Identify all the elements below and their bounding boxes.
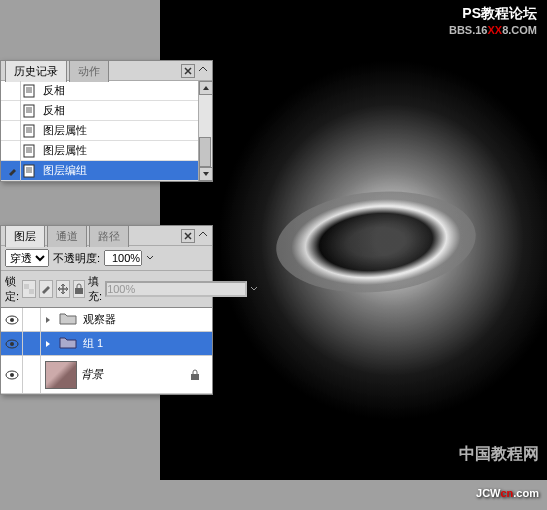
history-item[interactable]: 反相 — [1, 101, 212, 121]
svg-point-13 — [10, 373, 14, 377]
visibility-toggle[interactable] — [1, 308, 23, 331]
opacity-input[interactable] — [104, 250, 142, 266]
eye-icon — [5, 370, 19, 380]
history-item-label: 图层编组 — [43, 163, 87, 178]
scroll-up-icon[interactable] — [199, 81, 213, 95]
tab-actions[interactable]: 动作 — [69, 60, 109, 82]
fill-input — [105, 281, 247, 297]
svg-point-11 — [10, 342, 14, 346]
history-item[interactable]: 图层编组 — [1, 161, 212, 181]
svg-rect-1 — [24, 105, 34, 117]
document-icon — [21, 84, 37, 98]
layers-list: 观察器 组 1 背景 — [1, 308, 212, 394]
layers-panel: 图层 通道 路径 穿透 不透明度: 锁定: 填充: — [0, 225, 213, 395]
scroll-thumb[interactable] — [199, 137, 211, 167]
watermark-title: PS教程论坛 — [462, 5, 537, 23]
svg-rect-6 — [29, 289, 34, 294]
opacity-label: 不透明度: — [53, 251, 100, 266]
svg-point-9 — [10, 318, 14, 322]
close-icon[interactable] — [181, 229, 195, 243]
document-icon — [21, 164, 37, 178]
eye-icon — [5, 339, 19, 349]
document-icon — [21, 144, 37, 158]
svg-rect-5 — [24, 284, 29, 289]
history-item[interactable]: 图层属性 — [1, 121, 212, 141]
expand-toggle[interactable] — [41, 340, 55, 348]
fill-label: 填充: — [88, 274, 102, 304]
history-item-label: 图层属性 — [43, 143, 87, 158]
history-item-label: 反相 — [43, 83, 65, 98]
document-canvas[interactable] — [160, 0, 547, 480]
layer-row[interactable]: 背景 — [1, 356, 212, 394]
svg-rect-2 — [24, 125, 34, 137]
tab-paths[interactable]: 路径 — [89, 225, 129, 247]
layer-thumbnail[interactable] — [45, 361, 77, 389]
history-brush-icon[interactable] — [5, 161, 21, 181]
history-item[interactable]: 反相 — [1, 81, 212, 101]
history-item-label: 反相 — [43, 103, 65, 118]
tab-layers[interactable]: 图层 — [5, 225, 45, 247]
scrollbar[interactable] — [198, 81, 212, 181]
layer-name[interactable]: 组 1 — [83, 336, 212, 351]
svg-rect-3 — [24, 145, 34, 157]
svg-rect-4 — [24, 165, 34, 177]
history-item[interactable]: 图层属性 — [1, 141, 212, 161]
layer-row[interactable]: 观察器 — [1, 308, 212, 332]
history-item-label: 图层属性 — [43, 123, 87, 138]
svg-rect-7 — [75, 288, 83, 294]
document-icon — [21, 104, 37, 118]
layer-row[interactable]: 组 1 — [1, 332, 212, 356]
document-icon — [21, 124, 37, 138]
svg-rect-14 — [191, 374, 199, 380]
lock-icon — [190, 369, 206, 381]
history-panel: 历史记录 动作 反相 反相 图层属性 — [0, 60, 213, 182]
dropdown-icon[interactable] — [146, 253, 154, 263]
expand-toggle[interactable] — [41, 316, 55, 324]
lock-label: 锁定: — [5, 274, 19, 304]
lock-transparent-icon[interactable] — [22, 280, 36, 298]
visibility-toggle[interactable] — [1, 356, 23, 393]
blend-mode-select[interactable]: 穿透 — [5, 249, 49, 267]
lock-all-icon[interactable] — [73, 280, 85, 298]
dropdown-icon[interactable] — [250, 284, 258, 294]
watermark-url: BBS.16XX8.COM — [449, 22, 537, 37]
lock-paint-icon[interactable] — [39, 280, 53, 298]
tab-history[interactable]: 历史记录 — [5, 60, 67, 82]
scroll-down-icon[interactable] — [199, 167, 213, 181]
watermark-jcw: JCWcn.com — [476, 472, 539, 504]
folder-icon — [59, 335, 79, 353]
watermark-cn: 中国教程网 — [459, 444, 539, 465]
folder-icon — [59, 311, 79, 329]
layer-name[interactable]: 观察器 — [83, 312, 212, 327]
panel-menu-icon[interactable] — [198, 231, 208, 241]
layer-name[interactable]: 背景 — [81, 367, 190, 382]
svg-rect-0 — [24, 85, 34, 97]
tab-channels[interactable]: 通道 — [47, 225, 87, 247]
lock-position-icon[interactable] — [56, 280, 70, 298]
eye-icon — [5, 315, 19, 325]
panel-menu-icon[interactable] — [198, 66, 208, 76]
visibility-toggle[interactable] — [1, 332, 23, 355]
history-list: 反相 反相 图层属性 图层属性 — [1, 81, 212, 181]
close-icon[interactable] — [181, 64, 195, 78]
